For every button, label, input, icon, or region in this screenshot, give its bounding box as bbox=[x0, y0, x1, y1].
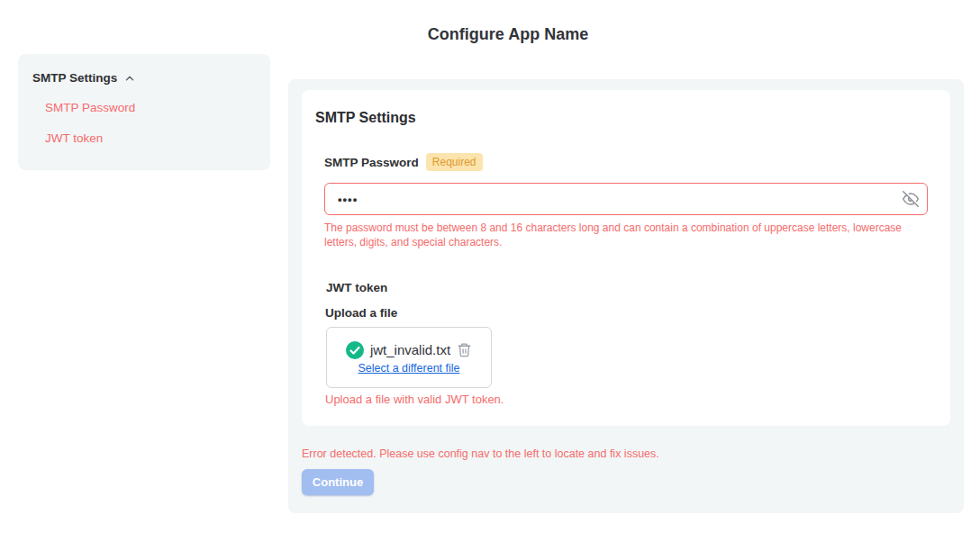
sidebar-item-jwt-token[interactable]: JWT token bbox=[45, 131, 256, 146]
select-different-file-link[interactable]: Select a different file bbox=[358, 362, 459, 375]
uploaded-file-row: jwt_invalid.txt bbox=[346, 341, 472, 359]
page-title: Configure App Name bbox=[36, 25, 980, 44]
trash-icon bbox=[457, 347, 472, 360]
sidebar-section-smtp-settings[interactable]: SMTP Settings bbox=[32, 71, 256, 85]
chevron-up-icon bbox=[123, 72, 136, 85]
sidebar-item-smtp-password[interactable]: SMTP Password bbox=[45, 100, 256, 115]
smtp-password-input-wrap bbox=[324, 183, 928, 215]
jwt-token-label: JWT token bbox=[326, 281, 387, 294]
smtp-password-label-row: SMTP Password Required bbox=[324, 153, 483, 171]
required-badge: Required bbox=[426, 153, 483, 171]
smtp-password-input[interactable] bbox=[324, 183, 928, 215]
configure-app-page: Configure App Name SMTP Settings SMTP Pa… bbox=[0, 0, 980, 560]
toggle-password-visibility-button[interactable] bbox=[901, 189, 921, 209]
continue-button[interactable]: Continue bbox=[302, 469, 374, 495]
smtp-password-label: SMTP Password bbox=[324, 156, 419, 169]
upload-file-label: Upload a file bbox=[325, 306, 397, 320]
card-title: SMTP Settings bbox=[315, 110, 416, 126]
sidebar-section-label: SMTP Settings bbox=[32, 71, 117, 85]
config-nav-sidebar: SMTP Settings SMTP Password JWT token bbox=[18, 54, 270, 170]
jwt-error-text: Upload a file with valid JWT token. bbox=[325, 393, 504, 406]
check-circle-icon bbox=[346, 341, 364, 359]
password-error-text: The password must be between 8 and 16 ch… bbox=[324, 221, 917, 249]
config-panel: SMTP Settings SMTP Password Required The… bbox=[288, 79, 964, 513]
panel-error-text: Error detected. Please use config nav to… bbox=[302, 447, 659, 460]
delete-file-button[interactable] bbox=[457, 342, 472, 357]
eye-off-icon bbox=[903, 196, 919, 210]
smtp-settings-card: SMTP Settings SMTP Password Required The… bbox=[302, 90, 950, 426]
uploaded-file-name: jwt_invalid.txt bbox=[370, 342, 450, 357]
file-upload-box: jwt_invalid.txt Select a different file bbox=[326, 327, 492, 388]
